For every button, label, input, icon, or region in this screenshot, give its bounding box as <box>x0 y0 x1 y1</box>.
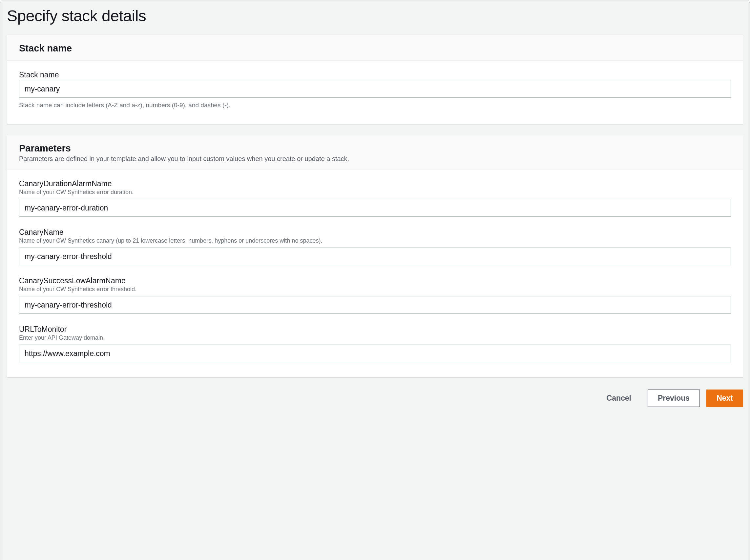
param-canary-name: CanaryName Name of your CW Synthetics ca… <box>19 228 731 265</box>
parameters-panel-title: Parameters <box>19 143 731 154</box>
stack-name-helptext: Stack name can include letters (A-Z and … <box>19 102 731 109</box>
parameters-panel-header: Parameters Parameters are defined in you… <box>7 135 743 169</box>
param-url-to-monitor: URLToMonitor Enter your API Gateway doma… <box>19 325 731 362</box>
param-desc-canary-duration-alarm-name: Name of your CW Synthetics error duratio… <box>19 189 731 196</box>
param-input-canary-success-low-alarm-name[interactable] <box>19 296 731 314</box>
page-title: Specify stack details <box>7 1 743 35</box>
param-input-canary-name[interactable] <box>19 248 731 265</box>
stack-name-panel-body: Stack name Stack name can include letter… <box>7 61 743 124</box>
stack-name-panel-title: Stack name <box>19 43 731 54</box>
stack-name-label: Stack name <box>19 70 731 79</box>
param-label-canary-duration-alarm-name: CanaryDurationAlarmName <box>19 179 731 188</box>
page-container: Specify stack details Stack name Stack n… <box>1 1 749 560</box>
stack-name-input[interactable] <box>19 80 731 98</box>
param-label-canary-name: CanaryName <box>19 228 731 237</box>
previous-button[interactable]: Previous <box>648 390 700 407</box>
parameters-panel-body: CanaryDurationAlarmName Name of your CW … <box>7 169 743 377</box>
param-canary-duration-alarm-name: CanaryDurationAlarmName Name of your CW … <box>19 179 731 217</box>
param-input-url-to-monitor[interactable] <box>19 345 731 362</box>
param-input-canary-duration-alarm-name[interactable] <box>19 199 731 217</box>
stack-name-panel-header: Stack name <box>7 35 743 61</box>
param-canary-success-low-alarm-name: CanarySuccessLowAlarmName Name of your C… <box>19 276 731 314</box>
cancel-button[interactable]: Cancel <box>597 390 641 407</box>
param-desc-url-to-monitor: Enter your API Gateway domain. <box>19 334 731 341</box>
parameters-panel-subtitle: Parameters are defined in your template … <box>19 155 731 163</box>
param-label-url-to-monitor: URLToMonitor <box>19 325 731 334</box>
wizard-button-row: Cancel Previous Next <box>7 388 743 407</box>
param-desc-canary-success-low-alarm-name: Name of your CW Synthetics error thresho… <box>19 286 731 293</box>
stack-name-panel: Stack name Stack name Stack name can inc… <box>7 35 743 124</box>
next-button[interactable]: Next <box>706 390 743 407</box>
stack-name-field-group: Stack name Stack name can include letter… <box>19 70 731 109</box>
param-desc-canary-name: Name of your CW Synthetics canary (up to… <box>19 237 731 244</box>
param-label-canary-success-low-alarm-name: CanarySuccessLowAlarmName <box>19 276 731 285</box>
parameters-panel: Parameters Parameters are defined in you… <box>7 135 743 378</box>
